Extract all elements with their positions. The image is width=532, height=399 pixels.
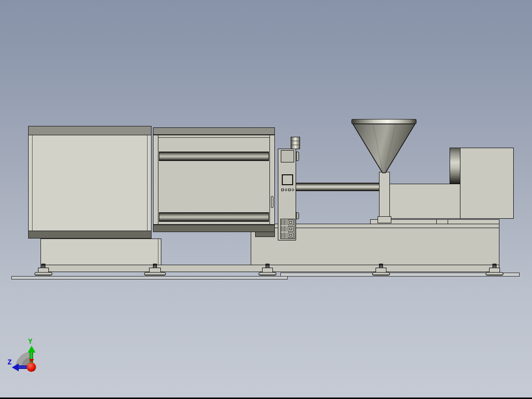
leveling-foot (372, 264, 390, 276)
leveling-foot (35, 264, 52, 276)
grille-bars-icon (281, 233, 287, 238)
door-right-frame (269, 135, 275, 225)
platen-clamp-nub (296, 212, 299, 219)
hopper-rim (351, 119, 417, 124)
foot-pad (486, 272, 503, 276)
button-icon[interactable] (281, 189, 284, 191)
foot-pad (259, 272, 276, 276)
y-axis-arrow-icon[interactable] (28, 346, 36, 353)
fixed-platen-column (278, 149, 296, 240)
face-edge-line (147, 135, 148, 231)
origin-sphere[interactable] (27, 362, 36, 372)
support-tab (436, 219, 448, 224)
safety-door-section (153, 127, 275, 238)
door-top-band (153, 127, 275, 135)
beacon-seam (291, 145, 300, 145)
x-axis-tip-icon[interactable] (29, 359, 34, 362)
grille-square-icon (288, 233, 294, 238)
cad-viewport[interactable]: Y Z (0, 0, 532, 399)
door-bottom-band (153, 225, 275, 232)
control-display[interactable] (282, 174, 293, 185)
door-face-line (158, 137, 269, 138)
foot-pad (35, 272, 52, 276)
foot-pad (372, 272, 390, 276)
button-icon[interactable] (288, 189, 291, 191)
clamping-unit-cover (28, 126, 152, 239)
ground-plate-left (11, 276, 288, 279)
control-buttons[interactable] (281, 189, 294, 191)
ground-plate-right (280, 273, 520, 277)
face-edge-line (32, 135, 33, 231)
clamp-cover-top-band (28, 126, 152, 135)
grille-bars-icon (281, 226, 287, 232)
door-bottom-step (255, 232, 275, 237)
z-axis-arrow-icon[interactable] (12, 363, 19, 371)
platen-vent-grille (280, 219, 295, 239)
hopper-neck (379, 172, 390, 217)
grille-row (281, 226, 295, 232)
injection-unit-body (389, 184, 460, 219)
signal-beacon (291, 137, 300, 149)
axis-triad[interactable]: Y Z (4, 335, 53, 377)
foot-pad (144, 272, 166, 276)
grille-bars-icon (281, 220, 287, 225)
leveling-foot (486, 264, 503, 276)
leveling-foot (259, 264, 276, 276)
grille-square-icon (288, 226, 294, 232)
clamp-cover-bottom-band (28, 231, 152, 239)
grille-row (281, 233, 295, 238)
tie-bar-upper (159, 152, 269, 161)
platen-top-panel (281, 150, 294, 162)
tie-bar-lower (159, 212, 269, 222)
grille-row (281, 220, 295, 225)
z-axis-label: Z (7, 359, 11, 365)
clamp-cover-face (28, 135, 152, 231)
hopper-neck-flange (378, 216, 391, 223)
screw-barrel (296, 183, 380, 191)
pedestal-edge-line (158, 239, 158, 265)
button-icon[interactable] (292, 189, 294, 191)
leveling-foot (144, 264, 166, 276)
hopper-cone (351, 123, 417, 173)
door-face (158, 135, 270, 225)
clamp-pedestal (40, 239, 161, 265)
carriage-cylinder (450, 148, 460, 184)
motor-housing (460, 148, 514, 219)
beacon-seam (291, 141, 300, 141)
y-axis-label: Y (28, 338, 32, 345)
grille-square-icon (288, 220, 294, 225)
platen-clamp-nub (296, 152, 299, 161)
button-icon[interactable] (285, 189, 287, 191)
door-handle[interactable] (271, 196, 273, 208)
